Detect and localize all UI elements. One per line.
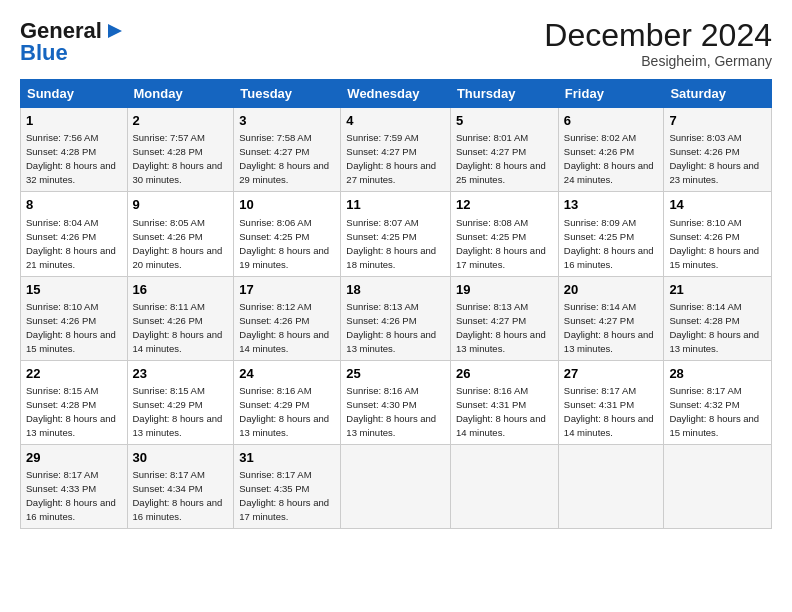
day-info: Sunrise: 8:11 AMSunset: 4:26 PMDaylight:… (133, 301, 223, 354)
table-row (558, 444, 664, 528)
table-row: 9 Sunrise: 8:05 AMSunset: 4:26 PMDayligh… (127, 192, 234, 276)
svg-marker-0 (108, 24, 122, 38)
day-info: Sunrise: 8:17 AMSunset: 4:35 PMDaylight:… (239, 469, 329, 522)
day-number: 22 (26, 365, 122, 383)
day-number: 29 (26, 449, 122, 467)
col-header-wednesday: Wednesday (341, 80, 451, 108)
table-row (341, 444, 451, 528)
table-row: 28 Sunrise: 8:17 AMSunset: 4:32 PMDaylig… (664, 360, 772, 444)
table-row: 1 Sunrise: 7:56 AMSunset: 4:28 PMDayligh… (21, 108, 128, 192)
table-row: 26 Sunrise: 8:16 AMSunset: 4:31 PMDaylig… (450, 360, 558, 444)
table-row: 6 Sunrise: 8:02 AMSunset: 4:26 PMDayligh… (558, 108, 664, 192)
table-row: 10 Sunrise: 8:06 AMSunset: 4:25 PMDaylig… (234, 192, 341, 276)
day-number: 10 (239, 196, 335, 214)
day-number: 4 (346, 112, 445, 130)
day-info: Sunrise: 8:02 AMSunset: 4:26 PMDaylight:… (564, 132, 654, 185)
day-number: 16 (133, 281, 229, 299)
day-number: 9 (133, 196, 229, 214)
col-header-friday: Friday (558, 80, 664, 108)
table-row: 20 Sunrise: 8:14 AMSunset: 4:27 PMDaylig… (558, 276, 664, 360)
table-row: 27 Sunrise: 8:17 AMSunset: 4:31 PMDaylig… (558, 360, 664, 444)
day-info: Sunrise: 8:16 AMSunset: 4:31 PMDaylight:… (456, 385, 546, 438)
day-info: Sunrise: 8:01 AMSunset: 4:27 PMDaylight:… (456, 132, 546, 185)
day-info: Sunrise: 8:12 AMSunset: 4:26 PMDaylight:… (239, 301, 329, 354)
day-info: Sunrise: 7:57 AMSunset: 4:28 PMDaylight:… (133, 132, 223, 185)
logo-blue: Blue (20, 40, 68, 66)
day-info: Sunrise: 8:08 AMSunset: 4:25 PMDaylight:… (456, 217, 546, 270)
day-number: 18 (346, 281, 445, 299)
day-info: Sunrise: 8:15 AMSunset: 4:28 PMDaylight:… (26, 385, 116, 438)
day-number: 15 (26, 281, 122, 299)
table-row: 21 Sunrise: 8:14 AMSunset: 4:28 PMDaylig… (664, 276, 772, 360)
table-row: 16 Sunrise: 8:11 AMSunset: 4:26 PMDaylig… (127, 276, 234, 360)
day-info: Sunrise: 8:17 AMSunset: 4:33 PMDaylight:… (26, 469, 116, 522)
day-number: 25 (346, 365, 445, 383)
day-info: Sunrise: 8:07 AMSunset: 4:25 PMDaylight:… (346, 217, 436, 270)
table-row: 12 Sunrise: 8:08 AMSunset: 4:25 PMDaylig… (450, 192, 558, 276)
table-row: 25 Sunrise: 8:16 AMSunset: 4:30 PMDaylig… (341, 360, 451, 444)
day-info: Sunrise: 8:13 AMSunset: 4:26 PMDaylight:… (346, 301, 436, 354)
day-number: 3 (239, 112, 335, 130)
header: General Blue December 2024 Besigheim, Ge… (20, 18, 772, 69)
col-header-sunday: Sunday (21, 80, 128, 108)
day-info: Sunrise: 7:56 AMSunset: 4:28 PMDaylight:… (26, 132, 116, 185)
day-number: 14 (669, 196, 766, 214)
logo-arrow-icon (104, 20, 126, 42)
table-row: 14 Sunrise: 8:10 AMSunset: 4:26 PMDaylig… (664, 192, 772, 276)
page-subtitle: Besigheim, Germany (544, 53, 772, 69)
day-info: Sunrise: 8:05 AMSunset: 4:26 PMDaylight:… (133, 217, 223, 270)
day-info: Sunrise: 8:17 AMSunset: 4:34 PMDaylight:… (133, 469, 223, 522)
table-row: 18 Sunrise: 8:13 AMSunset: 4:26 PMDaylig… (341, 276, 451, 360)
day-info: Sunrise: 7:59 AMSunset: 4:27 PMDaylight:… (346, 132, 436, 185)
table-row: 17 Sunrise: 8:12 AMSunset: 4:26 PMDaylig… (234, 276, 341, 360)
day-info: Sunrise: 7:58 AMSunset: 4:27 PMDaylight:… (239, 132, 329, 185)
calendar-table: SundayMondayTuesdayWednesdayThursdayFrid… (20, 79, 772, 529)
table-row: 22 Sunrise: 8:15 AMSunset: 4:28 PMDaylig… (21, 360, 128, 444)
table-row: 29 Sunrise: 8:17 AMSunset: 4:33 PMDaylig… (21, 444, 128, 528)
page-title: December 2024 (544, 18, 772, 53)
table-row: 3 Sunrise: 7:58 AMSunset: 4:27 PMDayligh… (234, 108, 341, 192)
table-row: 5 Sunrise: 8:01 AMSunset: 4:27 PMDayligh… (450, 108, 558, 192)
day-number: 6 (564, 112, 659, 130)
table-row: 11 Sunrise: 8:07 AMSunset: 4:25 PMDaylig… (341, 192, 451, 276)
table-row: 8 Sunrise: 8:04 AMSunset: 4:26 PMDayligh… (21, 192, 128, 276)
table-row (664, 444, 772, 528)
day-number: 13 (564, 196, 659, 214)
logo: General Blue (20, 18, 126, 66)
day-info: Sunrise: 8:14 AMSunset: 4:27 PMDaylight:… (564, 301, 654, 354)
table-row: 13 Sunrise: 8:09 AMSunset: 4:25 PMDaylig… (558, 192, 664, 276)
day-number: 23 (133, 365, 229, 383)
day-info: Sunrise: 8:15 AMSunset: 4:29 PMDaylight:… (133, 385, 223, 438)
table-row: 2 Sunrise: 7:57 AMSunset: 4:28 PMDayligh… (127, 108, 234, 192)
day-info: Sunrise: 8:09 AMSunset: 4:25 PMDaylight:… (564, 217, 654, 270)
day-number: 28 (669, 365, 766, 383)
table-row: 30 Sunrise: 8:17 AMSunset: 4:34 PMDaylig… (127, 444, 234, 528)
day-info: Sunrise: 8:16 AMSunset: 4:29 PMDaylight:… (239, 385, 329, 438)
table-row: 7 Sunrise: 8:03 AMSunset: 4:26 PMDayligh… (664, 108, 772, 192)
col-header-tuesday: Tuesday (234, 80, 341, 108)
day-number: 7 (669, 112, 766, 130)
day-number: 24 (239, 365, 335, 383)
day-number: 21 (669, 281, 766, 299)
day-info: Sunrise: 8:04 AMSunset: 4:26 PMDaylight:… (26, 217, 116, 270)
day-info: Sunrise: 8:10 AMSunset: 4:26 PMDaylight:… (26, 301, 116, 354)
day-info: Sunrise: 8:13 AMSunset: 4:27 PMDaylight:… (456, 301, 546, 354)
col-header-monday: Monday (127, 80, 234, 108)
day-number: 17 (239, 281, 335, 299)
table-row: 23 Sunrise: 8:15 AMSunset: 4:29 PMDaylig… (127, 360, 234, 444)
day-info: Sunrise: 8:17 AMSunset: 4:32 PMDaylight:… (669, 385, 759, 438)
table-row: 24 Sunrise: 8:16 AMSunset: 4:29 PMDaylig… (234, 360, 341, 444)
table-row: 4 Sunrise: 7:59 AMSunset: 4:27 PMDayligh… (341, 108, 451, 192)
day-info: Sunrise: 8:06 AMSunset: 4:25 PMDaylight:… (239, 217, 329, 270)
table-row: 31 Sunrise: 8:17 AMSunset: 4:35 PMDaylig… (234, 444, 341, 528)
day-info: Sunrise: 8:10 AMSunset: 4:26 PMDaylight:… (669, 217, 759, 270)
day-number: 8 (26, 196, 122, 214)
day-number: 2 (133, 112, 229, 130)
day-info: Sunrise: 8:03 AMSunset: 4:26 PMDaylight:… (669, 132, 759, 185)
day-info: Sunrise: 8:17 AMSunset: 4:31 PMDaylight:… (564, 385, 654, 438)
day-number: 26 (456, 365, 553, 383)
day-number: 27 (564, 365, 659, 383)
col-header-saturday: Saturday (664, 80, 772, 108)
day-number: 20 (564, 281, 659, 299)
table-row: 15 Sunrise: 8:10 AMSunset: 4:26 PMDaylig… (21, 276, 128, 360)
